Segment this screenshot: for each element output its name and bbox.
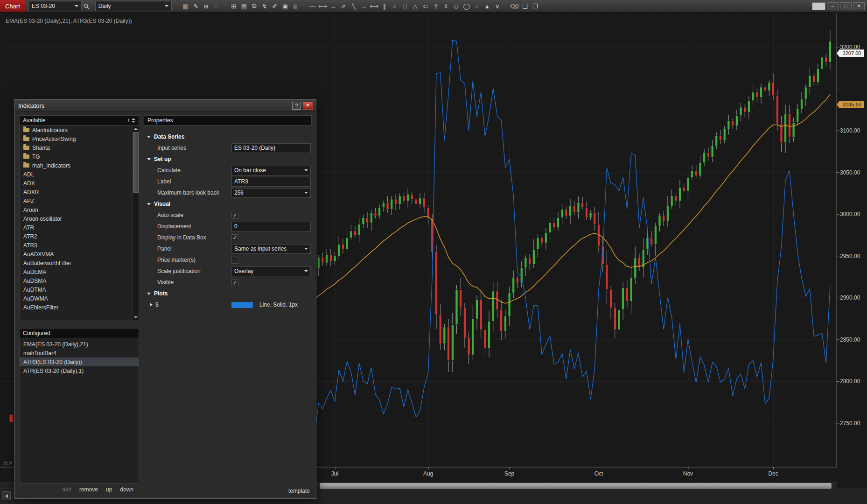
property-input[interactable] — [231, 177, 311, 187]
available-item[interactable]: Aroon oscillator — [20, 214, 139, 223]
section-header[interactable]: Data Series — [144, 131, 312, 142]
available-item[interactable]: AuDWMA — [20, 294, 139, 303]
pencil-icon[interactable]: ✎ — [191, 1, 201, 11]
collapse-left-button[interactable] — [2, 491, 11, 500]
maximize-button[interactable]: □ — [840, 2, 852, 10]
square-icon[interactable]: ▫ — [472, 1, 482, 11]
available-item[interactable]: ADL — [20, 170, 139, 179]
ellipse-icon[interactable]: ○ — [390, 1, 400, 11]
property-select[interactable]: On bar close — [231, 166, 311, 175]
arrow-line-icon[interactable]: ↔ — [328, 1, 338, 11]
available-item[interactable]: ADXR — [20, 188, 139, 196]
available-folder[interactable]: TG — [20, 152, 139, 161]
more-tools-icon[interactable]: ∨ — [492, 1, 503, 11]
property-checkbox[interactable]: ✓ — [231, 279, 238, 286]
available-item[interactable]: Aroon — [20, 205, 139, 214]
available-item[interactable]: AuButterworthFilter — [20, 259, 139, 267]
available-folder[interactable]: mah_Indicators — [20, 161, 139, 170]
chart-trader-icon[interactable]: ↯ — [259, 1, 270, 11]
plot-color-swatch[interactable] — [231, 302, 253, 308]
available-folder[interactable]: PriceActionSwing — [20, 134, 139, 143]
paste-icon[interactable]: ❐ — [530, 1, 540, 11]
property-checkbox[interactable] — [231, 257, 238, 264]
property-label: Price marker(s) — [157, 257, 231, 263]
section-header[interactable]: Visual — [144, 198, 312, 210]
arrow-down-icon[interactable]: ⇩ — [441, 1, 451, 11]
up-button[interactable]: up — [106, 486, 112, 493]
panel-icon[interactable]: ⧉ — [249, 1, 259, 11]
property-input[interactable] — [231, 222, 311, 231]
available-item[interactable]: ATR2 — [20, 232, 139, 241]
data-box-icon[interactable]: ▣ — [280, 1, 290, 11]
instrument-search-button[interactable] — [82, 1, 92, 11]
section-header[interactable]: Plots — [144, 288, 312, 299]
pencil-edit-icon[interactable]: ✐ — [270, 1, 280, 11]
callout-icon[interactable]: ⇦ — [420, 1, 431, 11]
available-item[interactable]: AuEhlersFilter — [20, 303, 139, 312]
available-item[interactable]: ADX — [20, 179, 139, 188]
available-item[interactable]: AuDEMA — [20, 267, 139, 276]
configured-item[interactable]: mahToolBar4 — [20, 349, 139, 357]
extended-line-icon[interactable]: ⟼ — [318, 1, 328, 11]
horizontal-line-icon[interactable]: ― — [308, 1, 318, 11]
template-link[interactable]: template — [288, 488, 310, 494]
close-button[interactable]: ✕ — [303, 102, 313, 110]
section-header[interactable]: Set up — [144, 154, 312, 165]
instrument-dropdown[interactable]: ES 03-20 — [28, 1, 82, 11]
indicator-list-icon[interactable]: ≣ — [290, 1, 301, 11]
scrollbar-thumb[interactable] — [320, 483, 832, 489]
zoom-in-icon[interactable]: ⊕ — [201, 1, 211, 11]
price-axis[interactable]: 3200.003100.003050.003000.002950.002900.… — [837, 12, 867, 467]
remove-button[interactable]: remove — [79, 486, 98, 493]
rectangle-icon[interactable]: □ — [400, 1, 410, 11]
property-checkbox[interactable]: ✓ — [231, 212, 238, 219]
expand-icon[interactable] — [150, 303, 153, 307]
available-list[interactable]: AlanIndicatorsPriceActionSwingShantaTGma… — [19, 126, 139, 321]
diamond-icon[interactable]: ◇ — [451, 1, 461, 11]
available-item[interactable]: AuDTMA — [20, 285, 139, 294]
property-checkbox[interactable]: ✓ — [231, 234, 238, 241]
arrow-up-icon[interactable]: ⇧ — [431, 1, 441, 11]
ray-icon[interactable]: ⇗ — [338, 1, 349, 11]
configured-list[interactable]: EMA(ES 03-20 (Daily),21)mahToolBar4ATR3(… — [19, 338, 139, 483]
down-button[interactable]: down — [120, 486, 133, 493]
parallel-lines-icon[interactable]: ∥ — [379, 1, 390, 11]
circle-icon[interactable]: ◯ — [461, 1, 472, 11]
scrollbar-thumb[interactable] — [133, 132, 139, 193]
available-item[interactable]: ATR — [20, 223, 139, 232]
property-select[interactable]: 256 — [231, 188, 311, 198]
spinner-arrows[interactable] — [132, 118, 135, 123]
double-arrow-icon[interactable]: ⟷ — [369, 1, 379, 11]
triangle-up-icon[interactable]: ▲ — [482, 1, 492, 11]
link-button[interactable]: ▬ — [812, 2, 825, 10]
available-item[interactable]: AuADXVMA — [20, 250, 139, 259]
available-item[interactable]: ATR3 — [20, 241, 139, 250]
configured-item[interactable]: ATR(ES 03-20 (Daily),1) — [20, 366, 139, 375]
available-item[interactable]: AuDSMA — [20, 276, 139, 285]
add-button[interactable]: add — [62, 486, 71, 493]
close-button[interactable]: ✕ — [853, 2, 865, 10]
help-button[interactable]: ? — [292, 102, 301, 110]
copy-icon[interactable]: ❏ — [520, 1, 530, 11]
available-folder[interactable]: Shanta — [20, 143, 139, 152]
configured-item[interactable]: ATR3(ES 03-20 (Daily)) — [20, 357, 139, 366]
page-icon[interactable]: ▤ — [239, 1, 249, 11]
chart-style-icon[interactable]: ▥ — [181, 1, 191, 11]
interval-dropdown[interactable]: Daily — [95, 1, 172, 11]
available-scrollbar[interactable] — [132, 126, 139, 321]
available-item[interactable]: APZ — [20, 196, 139, 205]
property-select[interactable]: Same as input series — [231, 244, 311, 254]
trash-icon[interactable]: ⌫ — [510, 1, 520, 11]
available-folder[interactable]: AlanIndicators — [20, 126, 139, 134]
trend-line-icon[interactable]: ╲ — [349, 1, 359, 11]
property-select[interactable]: Overlay — [231, 266, 311, 276]
property-input[interactable] — [231, 143, 311, 153]
zoom-out-icon[interactable]: ⊖ — [211, 1, 222, 11]
property-label: Input series — [157, 145, 231, 151]
dialog-titlebar[interactable]: Indicators ? ✕ — [15, 100, 316, 112]
minimize-button[interactable]: – — [827, 2, 839, 10]
grid-icon[interactable]: ⊞ — [229, 1, 239, 11]
triangle-icon[interactable]: △ — [410, 1, 420, 11]
arrow-right-icon[interactable]: → — [359, 1, 369, 11]
configured-item[interactable]: EMA(ES 03-20 (Daily),21) — [20, 340, 139, 349]
